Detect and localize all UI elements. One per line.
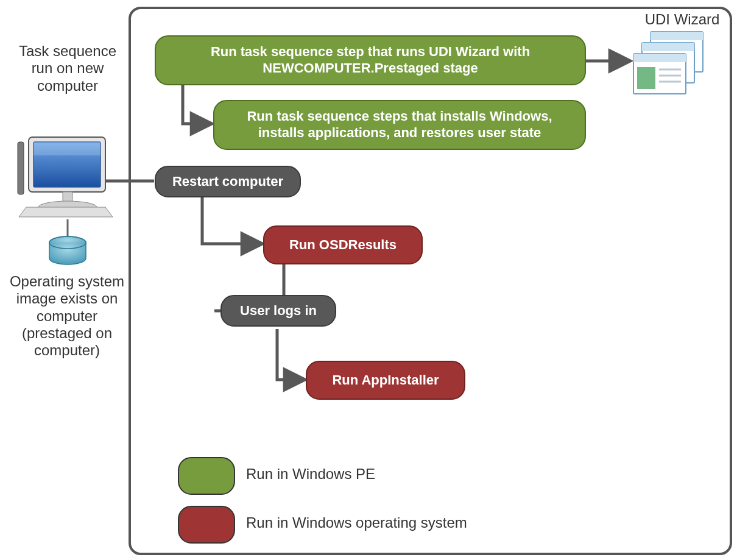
computer-icon: [18, 137, 113, 217]
node-step5-user-logs-in: User logs in: [220, 295, 336, 327]
label-udi-wizard: UDI Wizard: [633, 11, 731, 28]
node-step1-run-udi-wizard: Run task sequence step that runs UDI Wiz…: [155, 35, 586, 85]
svg-rect-0: [18, 142, 24, 194]
svg-rect-18: [637, 67, 655, 89]
svg-rect-14: [642, 43, 694, 51]
svg-rect-11: [651, 32, 703, 40]
database-icon: [49, 236, 86, 264]
node-step3-restart: Restart computer: [155, 166, 301, 197]
side-label-task-sequence: Task sequence run on new computer: [16, 43, 119, 94]
diagram-root: Task sequence run on new computer Operat…: [0, 0, 737, 560]
legend-label-pe: Run in Windows PE: [246, 466, 375, 483]
svg-rect-17: [633, 54, 686, 62]
legend-label-os: Run in Windows operating system: [246, 514, 467, 531]
side-label-os-image: Operating system image exists on compute…: [6, 273, 128, 360]
node-step2-install-windows: Run task sequence steps that installs Wi…: [213, 100, 586, 150]
svg-rect-3: [34, 142, 100, 155]
node-step4-osdresults: Run OSDResults: [263, 225, 423, 264]
node-step6-appinstaller: Run AppInstaller: [306, 361, 465, 400]
legend-swatch-os: [178, 506, 235, 544]
legend-swatch-pe: [178, 457, 235, 495]
udi-wizard-icon: [633, 32, 703, 94]
